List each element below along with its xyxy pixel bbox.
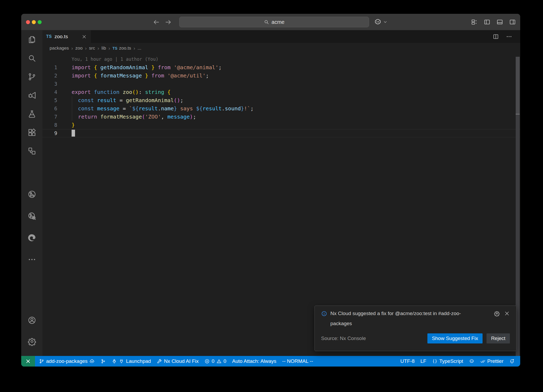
reject-button[interactable]: Reject xyxy=(487,333,510,343)
breadcrumb-item-packages[interactable]: packages xyxy=(50,46,69,51)
customize-layout-icon[interactable] xyxy=(471,19,478,25)
code-lines: You, 1 hour ago | 1 author (You)1import … xyxy=(42,55,520,137)
notification-close-icon[interactable] xyxy=(504,311,510,316)
token: import xyxy=(72,72,94,79)
copilot-menu[interactable] xyxy=(374,14,387,30)
token: = xyxy=(120,97,126,103)
zoom-window-button[interactable] xyxy=(38,20,42,24)
toggle-panel-bottom-icon[interactable] xyxy=(496,19,503,25)
breadcrumb-item-lib[interactable]: lib xyxy=(102,46,106,51)
activity-nx-console-cloud[interactable] xyxy=(25,210,38,222)
encoding-status[interactable]: UTF-8 xyxy=(397,356,418,367)
back-arrow-icon[interactable] xyxy=(153,19,160,25)
activity-testing[interactable] xyxy=(25,107,38,120)
token: import xyxy=(72,64,94,71)
vscode-window: acme TS zoo.ts packages›zoo›src›lib›TSzo… xyxy=(21,14,520,367)
eol-status[interactable]: LF xyxy=(418,356,429,367)
toggle-panel-left-icon[interactable] xyxy=(484,19,491,25)
token: from xyxy=(155,64,174,71)
code-line-9[interactable]: 9 xyxy=(42,129,520,137)
activity-explorer[interactable] xyxy=(25,33,38,46)
token: message xyxy=(167,114,190,120)
token: const xyxy=(78,97,97,103)
chevron-down-icon[interactable] xyxy=(383,20,387,24)
token: zoo xyxy=(123,89,132,95)
code-line-6[interactable]: 6 const message = `${result.name} says $… xyxy=(42,104,520,113)
show-suggested-fix-button[interactable]: Show Suggested Fix xyxy=(427,333,483,343)
close-window-button[interactable] xyxy=(26,20,30,24)
code-line-2[interactable]: 2import { formatMessage } from '@acme/ut… xyxy=(42,72,520,80)
code-line-1[interactable]: 1import { getRandomAnimal } from '@acme/… xyxy=(42,63,520,72)
search-value: acme xyxy=(272,19,284,25)
activity-edge-tools[interactable] xyxy=(25,231,38,244)
line-number: 8 xyxy=(42,121,72,129)
split-editor-icon[interactable] xyxy=(493,33,499,40)
source-control-icon xyxy=(28,72,36,81)
error-icon xyxy=(204,359,210,364)
braces-icon xyxy=(432,359,437,364)
code-line-5[interactable]: 5 const result = getRandomAnimal(); xyxy=(42,96,520,104)
tab-zoo-ts[interactable]: TS zoo.ts xyxy=(42,30,91,43)
nx-console-icon xyxy=(28,190,36,199)
wrench-icon xyxy=(157,359,162,364)
line-content xyxy=(72,129,75,137)
activity-extensions[interactable] xyxy=(25,126,38,139)
close-tab-icon[interactable] xyxy=(82,34,87,39)
activity-more[interactable] xyxy=(25,253,38,266)
line-content: import { getRandomAnimal } from '@acme/a… xyxy=(72,63,222,72)
token: , xyxy=(161,114,167,120)
token: sound xyxy=(225,105,241,112)
code-line-3[interactable]: 3 xyxy=(42,80,520,88)
code-line-4[interactable]: 4export function zoo(): string { xyxy=(42,88,520,96)
nx-console-cloud-icon xyxy=(28,212,36,220)
notification-settings-icon[interactable] xyxy=(494,311,500,316)
toggle-panel-right-icon[interactable] xyxy=(509,19,516,25)
branch-status[interactable]: add-zoo-packages xyxy=(36,356,98,367)
token: 'ZOO' xyxy=(145,114,161,120)
line-number: 2 xyxy=(42,72,72,80)
token: : xyxy=(139,89,145,95)
notifications-bell[interactable] xyxy=(506,356,518,367)
forward-arrow-icon[interactable] xyxy=(165,19,172,25)
activity-linked-windows[interactable] xyxy=(25,145,38,157)
line-content: const result = getRandomAnimal(); xyxy=(72,96,183,104)
activity-account[interactable] xyxy=(25,314,38,326)
copilot-status[interactable] xyxy=(466,356,477,367)
copilot-icon[interactable] xyxy=(374,18,382,26)
breadcrumb-item-zoo[interactable]: zoo xyxy=(75,46,82,51)
breadcrumb-item-zoots[interactable]: TSzoo.ts xyxy=(112,46,131,51)
launchpad-status[interactable]: Launchpad xyxy=(109,356,154,367)
activity-run-debug[interactable] xyxy=(25,89,38,102)
token xyxy=(72,105,78,112)
problems-status-label: 0 xyxy=(212,358,214,364)
search-icon xyxy=(28,54,36,63)
auto-attach-status[interactable]: Auto Attach: Always xyxy=(229,356,279,367)
breadcrumb-item-[interactable]: ... xyxy=(138,46,141,51)
line-number: 4 xyxy=(42,88,72,96)
activity-search[interactable] xyxy=(25,52,38,64)
prettier-status[interactable]: Prettier xyxy=(477,356,506,367)
scm-graph-status[interactable] xyxy=(98,356,109,367)
token: { xyxy=(94,64,97,71)
title-bar: acme xyxy=(21,14,520,30)
command-center-search[interactable]: acme xyxy=(179,17,369,27)
warning-icon xyxy=(216,359,222,364)
vim-mode-status[interactable]: -- NORMAL -- xyxy=(279,356,316,367)
ellipsis-icon[interactable] xyxy=(506,33,512,40)
breadcrumb-item-src[interactable]: src xyxy=(89,46,95,51)
nx-cloud-ai-fix-status[interactable]: Nx Cloud AI Fix xyxy=(154,356,202,367)
activity-source-control[interactable] xyxy=(25,70,38,83)
language-status-label: TypeScript xyxy=(439,358,463,364)
remote-indicator[interactable] xyxy=(21,356,35,367)
minimize-window-button[interactable] xyxy=(32,20,36,24)
token: getRandomAnimal xyxy=(97,64,151,71)
editor-scrollbar[interactable] xyxy=(516,57,520,114)
code-line-8[interactable]: 8} xyxy=(42,121,520,129)
code-line-7[interactable]: 7 return formatMessage('ZOO', message); xyxy=(42,113,520,121)
problems-status[interactable]: 00 xyxy=(202,356,229,367)
activity-nx-console[interactable] xyxy=(25,188,38,201)
git-branch-icon xyxy=(39,359,44,364)
language-status[interactable]: TypeScript xyxy=(429,356,466,367)
token: } xyxy=(241,105,244,112)
activity-settings-gear[interactable] xyxy=(25,335,38,348)
